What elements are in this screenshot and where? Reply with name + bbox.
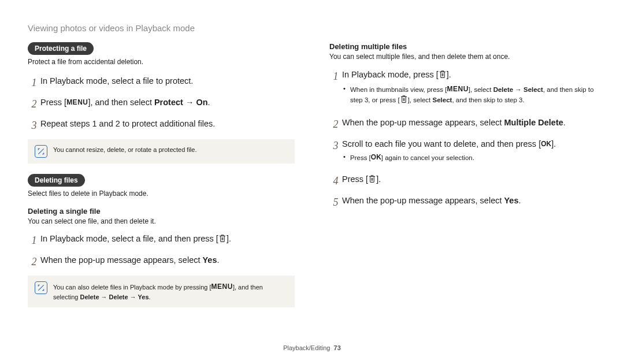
sub-bullets: Press [OK] again to cancel your selectio… — [342, 152, 596, 163]
menu-button-label: MENU — [66, 98, 88, 106]
step-text: When the pop-up message appears, select … — [342, 117, 596, 129]
note-text: You cannot resize, delete, or rotate a p… — [53, 145, 288, 155]
step-text: In Playback mode, select a file to prote… — [40, 75, 295, 88]
columns-container: Protecting a file Protect a file from ac… — [28, 42, 596, 318]
t: When the pop-up message appears, select — [342, 196, 504, 205]
note-icon — [35, 281, 47, 294]
ok-button-label: OK — [541, 140, 551, 148]
footer-section: Playback/Editing — [283, 344, 330, 351]
step-number: 5 — [329, 195, 342, 210]
t: ]. — [226, 234, 231, 243]
t: . — [217, 255, 220, 265]
t: Press [ — [350, 154, 371, 161]
step: 1 In Playback mode, select a file, and t… — [28, 233, 295, 248]
subintro: You can select one file, and then delete… — [28, 217, 295, 226]
trash-icon — [439, 70, 447, 83]
t: . — [519, 196, 521, 205]
left-column: Protecting a file Protect a file from ac… — [28, 42, 295, 318]
step-number: 3 — [28, 118, 40, 133]
subintro: You can select multiple files, and then … — [329, 52, 596, 62]
t: ]. — [447, 70, 451, 79]
t: Scroll to each file you want to delete, … — [342, 139, 541, 148]
step-text: Scroll to each file you want to delete, … — [342, 138, 596, 168]
sub-bullets: When in thumbnails view, press [MENU], s… — [342, 84, 596, 107]
t: ], and then select — [88, 98, 154, 107]
step-number: 4 — [329, 173, 342, 189]
step: 1 In Playback mode, press []. When in th… — [329, 69, 596, 111]
note-icon — [35, 145, 47, 158]
trash-icon — [400, 95, 408, 106]
t: You can also delete files in Playback mo… — [53, 284, 211, 291]
t: ], select — [469, 86, 493, 93]
menu-button-label: MENU — [447, 85, 468, 93]
step: 2 Press [MENU], and then select Protect … — [28, 96, 295, 112]
bold: Yes — [504, 196, 519, 205]
steps-protecting: 1 In Playback mode, select a file to pro… — [28, 75, 295, 133]
t: When in thumbnails view, press [ — [350, 86, 447, 93]
step: 2 When the pop-up message appears, selec… — [28, 254, 295, 270]
section-intro: Select files to delete in Playback mode. — [28, 189, 295, 199]
t: ]. — [551, 139, 556, 148]
t: . — [149, 294, 151, 300]
bold: Yes — [203, 255, 217, 265]
section-pill-deleting: Deleting files — [28, 174, 85, 187]
note-text: You can also delete files in Playback mo… — [53, 281, 288, 302]
t: , and then skip to step 3. — [452, 96, 524, 103]
bullet: Press [OK] again to cancel your selectio… — [342, 152, 596, 163]
trash-icon — [218, 234, 226, 247]
step: 1 In Playback mode, select a file to pro… — [28, 75, 295, 91]
step-text: When the pop-up message appears, select … — [342, 195, 596, 207]
note-callout: You can also delete files in Playback mo… — [28, 276, 295, 307]
section-intro: Protect a file from accidental deletion. — [28, 57, 295, 67]
step-text: When the pop-up message appears, select … — [40, 254, 295, 267]
step-text: In Playback mode, select a file, and the… — [40, 233, 295, 247]
step: 5 When the pop-up message appears, selec… — [329, 195, 596, 210]
ok-button-label: OK — [371, 153, 381, 161]
menu-button-label: MENU — [211, 283, 233, 291]
step-text: In Playback mode, press []. When in thum… — [342, 69, 596, 111]
t: When the pop-up message appears, select — [342, 118, 504, 127]
step-text: Press [MENU], and then select Protect → … — [40, 96, 295, 109]
t: ] again to cancel your selection. — [381, 154, 474, 161]
bullet: When in thumbnails view, press [MENU], s… — [342, 84, 596, 107]
step: 2 When the pop-up message appears, selec… — [329, 117, 596, 132]
steps-delete-multiple: 1 In Playback mode, press []. When in th… — [329, 69, 596, 210]
t: In Playback mode, press [ — [342, 70, 439, 79]
step-number: 2 — [329, 117, 342, 132]
step-text: Repeat steps 1 and 2 to protect addition… — [40, 118, 295, 131]
step-number: 3 — [329, 138, 342, 154]
page-header: Viewing photos or videos in Playback mod… — [28, 23, 596, 33]
note-callout: You cannot resize, delete, or rotate a p… — [28, 139, 295, 164]
steps-delete-single: 1 In Playback mode, select a file, and t… — [28, 233, 295, 270]
bold: Delete → Delete → Yes — [80, 294, 148, 300]
step: 3 Scroll to each file you want to delete… — [329, 138, 596, 168]
bold: Delete → Select — [493, 86, 543, 93]
right-column: Deleting multiple files You can select m… — [329, 42, 596, 318]
subheading-multiple: Deleting multiple files — [329, 42, 596, 51]
trash-icon — [368, 174, 376, 187]
step-number: 1 — [329, 69, 342, 84]
t: When the pop-up message appears, select — [40, 255, 203, 265]
step-text: Press []. — [342, 173, 596, 187]
step: 4 Press []. — [329, 173, 596, 189]
t: Press [ — [342, 174, 368, 184]
step-number: 2 — [28, 96, 40, 112]
bold: Multiple Delete — [504, 118, 563, 127]
step: 3 Repeat steps 1 and 2 to protect additi… — [28, 118, 295, 133]
t: In Playback mode, select a file, and the… — [40, 234, 218, 243]
footer-page-number: 73 — [334, 344, 341, 351]
bold: Select — [432, 96, 452, 103]
subheading-single: Deleting a single file — [28, 207, 295, 216]
page-footer: Playback/Editing 73 — [0, 344, 624, 351]
bold: Protect → On — [154, 98, 208, 107]
t: . — [208, 98, 210, 107]
t: ]. — [376, 174, 381, 184]
t: Press [ — [40, 98, 66, 107]
section-pill-protecting: Protecting a file — [28, 42, 94, 55]
step-number: 1 — [28, 75, 40, 91]
step-number: 2 — [28, 254, 40, 270]
t: . — [563, 118, 566, 127]
step-number: 1 — [28, 233, 40, 248]
t: ], select — [408, 96, 433, 103]
